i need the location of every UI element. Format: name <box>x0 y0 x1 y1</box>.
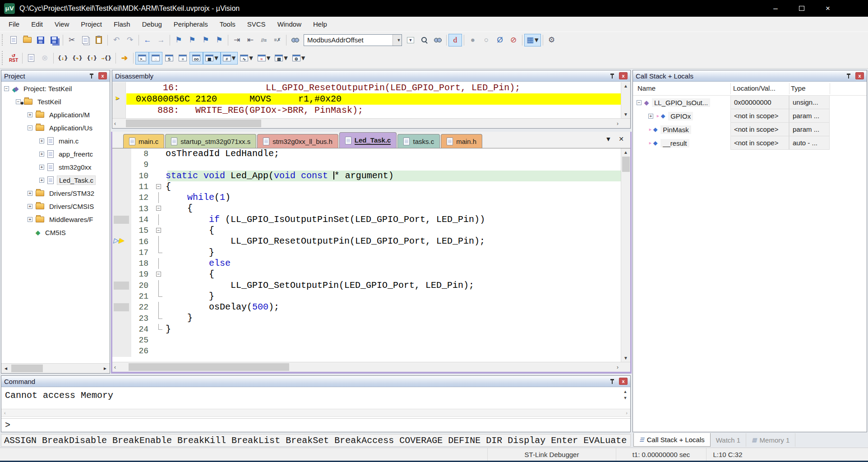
scroll-right-icon[interactable]: ► <box>101 364 110 373</box>
bookmark-next-button[interactable]: ⚑ <box>199 34 212 46</box>
tab-stm32g0xx-ll-bus-h[interactable]: stm32g0xx_ll_bus.h <box>257 134 338 148</box>
tree-expander-icon[interactable]: + <box>39 165 44 170</box>
save-all-button[interactable] <box>47 34 61 46</box>
analysis-window-button[interactable]: ∿▾ <box>238 52 255 65</box>
callstack-row-ll-gpio-isout[interactable]: −◆LL_GPIO_IsOut...0x00000000unsign... <box>633 96 867 109</box>
tree-item-application-m[interactable]: +Application/M <box>1 108 110 121</box>
maximize-button[interactable] <box>789 0 815 17</box>
scroll-thumb[interactable] <box>11 365 43 372</box>
dock-tab-memory-1[interactable]: ▦Memory 1 <box>746 433 795 447</box>
breakpoint-disable-all-button[interactable]: Ø <box>493 34 507 46</box>
breakpoint-enable-button[interactable]: ○ <box>480 34 493 46</box>
chevron-down-icon[interactable]: ▾ <box>232 53 236 63</box>
pin-icon[interactable] <box>846 73 852 79</box>
navigate-back-button[interactable]: ← <box>141 34 154 46</box>
tab-startup-stm32g071xx-s[interactable]: startup_stm32g071xx.s <box>165 134 256 148</box>
new-file-button[interactable] <box>7 34 20 46</box>
scroll-thumb[interactable] <box>126 120 261 127</box>
menu-tools[interactable]: Tools <box>214 17 241 32</box>
serial-window-button[interactable]: #▾ <box>221 52 238 65</box>
scroll-left-icon[interactable]: ‹ <box>4 409 6 416</box>
command-vscrollbar[interactable]: ▲▼ <box>621 388 629 401</box>
chevron-down-icon[interactable]: ▾ <box>214 53 218 63</box>
chevron-down-icon[interactable]: ▾ <box>301 53 305 63</box>
run-button[interactable]: ➔ <box>118 52 131 65</box>
step-over-button[interactable]: {↷} <box>70 52 84 65</box>
tree-item-drivers-stm32[interactable]: +Drivers/STM32 <box>1 187 110 200</box>
scroll-right-icon[interactable]: › <box>617 119 619 129</box>
menu-flash[interactable]: Flash <box>108 17 136 32</box>
scroll-left-icon[interactable]: ‹ <box>114 119 116 129</box>
pin-icon[interactable] <box>89 73 95 79</box>
incremental-find-button[interactable] <box>431 34 444 46</box>
scroll-left-icon[interactable]: ◄ <box>1 364 10 373</box>
menu-help[interactable]: Help <box>307 17 333 32</box>
watch-window-button[interactable]: oo <box>189 52 203 65</box>
fold-collapse-icon[interactable]: − <box>156 206 161 211</box>
memory-window-button[interactable]: ▦▾ <box>203 52 221 65</box>
tab-main-h[interactable]: main.h <box>441 134 482 148</box>
tab-tasks-c[interactable]: tasks.c <box>397 134 440 148</box>
fold-collapse-icon[interactable]: − <box>156 228 161 233</box>
open-file-button[interactable] <box>20 34 34 46</box>
configure-target-button[interactable]: ⚙ <box>545 34 559 46</box>
close-icon[interactable]: x <box>619 378 628 385</box>
command-button-dir[interactable]: DIR <box>486 435 502 446</box>
indent-left-button[interactable]: ⇤ <box>244 34 257 46</box>
command-button-coverage[interactable]: COVERAGE <box>399 435 443 446</box>
tab-list-dropdown-icon[interactable]: ▼ <box>605 135 611 143</box>
callstack-row-gpiox[interactable]: +►◆GPIOx<not in scope>param ... <box>633 109 867 123</box>
command-input[interactable]: > <box>1 418 630 432</box>
find-button[interactable] <box>417 34 431 46</box>
disassembly-window-button[interactable]: ◌ <box>149 52 162 65</box>
pin-icon[interactable] <box>609 379 615 384</box>
toolbox-button[interactable]: ⚙▾ <box>290 52 308 65</box>
find-in-files-button[interactable] <box>288 34 302 46</box>
chevron-down-icon[interactable]: ▾ <box>267 53 271 63</box>
command-button-breakkill[interactable]: BreakKill <box>177 435 226 446</box>
tree-expander-icon[interactable]: + <box>39 152 44 157</box>
menu-svcs[interactable]: SVCS <box>241 17 272 32</box>
tree-item-led-task-c[interactable]: +Led_Task.c <box>1 174 110 187</box>
callstack-row-result[interactable]: ►◆__result<not in scope>auto - ... <box>633 136 867 150</box>
reset-button[interactable]: ↺RST <box>7 52 20 65</box>
undo-button[interactable]: ↶ <box>110 34 123 46</box>
scroll-down-icon[interactable]: ▼ <box>623 354 628 362</box>
pin-icon[interactable] <box>609 73 615 79</box>
column-name[interactable]: Name <box>637 84 656 92</box>
command-button-breakenable[interactable]: BreakEnable <box>112 435 172 446</box>
uncomment-button[interactable]: ≡✗ <box>271 34 284 46</box>
code-editor[interactable]: 8osThreadId LedHandle;910static void Led… <box>112 148 630 362</box>
tree-expander-icon[interactable]: + <box>39 178 44 183</box>
save-button[interactable] <box>34 34 47 46</box>
comment-button[interactable]: //≡ <box>257 34 271 46</box>
tree-item-drivers-cmsis[interactable]: +Drivers/CMSIS <box>1 200 110 213</box>
find-options-button[interactable]: ▼ <box>404 34 417 46</box>
menu-debug[interactable]: Debug <box>136 17 168 32</box>
registers-window-button[interactable]: ≡ <box>176 52 189 65</box>
step-out-button[interactable]: {↑} <box>85 52 99 65</box>
project-hscrollbar[interactable]: ◄ ► <box>1 363 110 373</box>
tree-item-middlewares-f[interactable]: +Middlewares/F <box>1 213 110 226</box>
symbol-window-button[interactable]: S <box>162 52 176 65</box>
command-button-display[interactable]: Display <box>508 435 545 446</box>
command-button-assign[interactable]: ASSIGN <box>4 435 37 446</box>
scroll-down-icon[interactable]: ▼ <box>623 111 628 118</box>
command-button-breakset[interactable]: BreakSet <box>286 435 329 446</box>
command-hscrollbar[interactable]: ‹ › <box>1 409 630 417</box>
tree-item-cm5is[interactable]: ◆CM5IS <box>1 226 110 239</box>
menu-window[interactable]: Window <box>272 17 307 32</box>
disassembly-hscrollbar[interactable]: ‹ › <box>112 118 630 128</box>
close-button[interactable]: × <box>815 0 841 17</box>
command-button-breaklist[interactable]: BreakList <box>231 435 280 446</box>
scroll-thumb[interactable] <box>622 157 630 172</box>
scroll-right-icon[interactable]: › <box>626 409 628 416</box>
bookmark-prev-button[interactable]: ⚑ <box>185 34 199 46</box>
tree-expander-icon[interactable]: + <box>648 114 653 119</box>
command-button-evaluate[interactable]: EVALuate <box>583 435 627 446</box>
command-button-breakdisable[interactable]: BreakDisable <box>42 435 107 446</box>
editor-hscrollbar[interactable]: ‹ › <box>112 362 630 372</box>
paste-button[interactable] <box>92 34 106 46</box>
bookmark-clear-button[interactable]: ⚑ <box>212 34 226 46</box>
system-viewer-button[interactable]: ▤▾ <box>272 52 290 65</box>
